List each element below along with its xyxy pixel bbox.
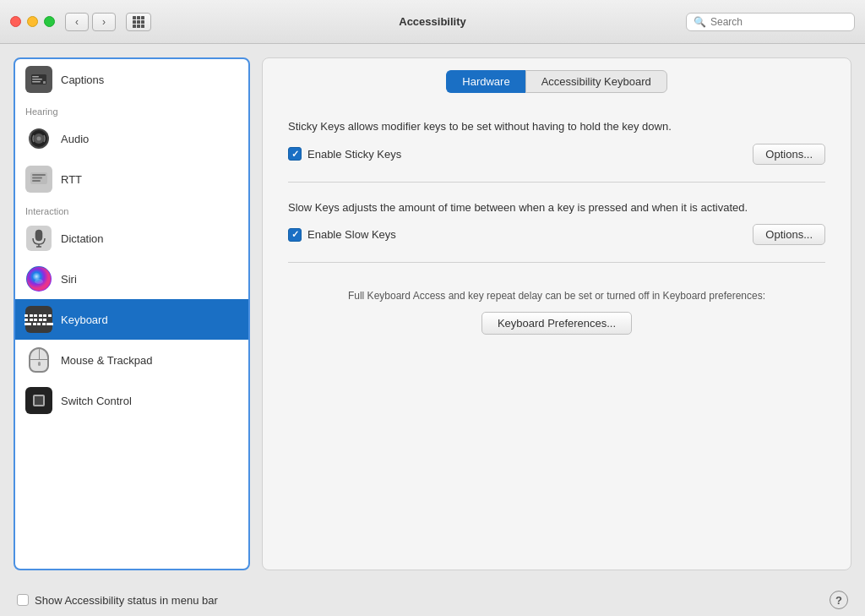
navigation-buttons: ‹ ›	[65, 13, 116, 31]
sidebar-item-label-keyboard: Keyboard	[61, 313, 108, 326]
slow-keys-checkbox-row: ✓ Enable Slow Keys	[288, 228, 396, 242]
dictation-icon	[25, 225, 52, 252]
sidebar-item-captions[interactable]: Captions	[15, 59, 248, 100]
sidebar-item-switch-control[interactable]: Switch Control	[15, 380, 248, 421]
tab-accessibility-keyboard[interactable]: Accessibility Keyboard	[525, 70, 667, 93]
svg-rect-12	[32, 177, 42, 179]
sidebar-item-label-mouse-trackpad: Mouse & Trackpad	[61, 354, 152, 367]
keyboard-prefs-section: Full Keyboard Access and key repeat dela…	[288, 280, 825, 343]
back-button[interactable]: ‹	[65, 13, 89, 31]
sidebar-item-dictation[interactable]: Dictation	[15, 218, 248, 259]
window-title: Accessibility	[399, 15, 466, 28]
search-icon: 🔍	[694, 16, 706, 28]
svg-rect-2	[32, 76, 39, 78]
captions-icon	[25, 66, 52, 93]
sidebar-item-siri[interactable]: Siri	[15, 259, 248, 299]
tab-hardware[interactable]: Hardware	[446, 70, 525, 93]
main-content: Captions Hearing Audio	[0, 44, 865, 584]
svg-rect-4	[32, 81, 41, 83]
sidebar-item-keyboard[interactable]: Keyboard	[15, 299, 248, 340]
forward-button[interactable]: ›	[92, 13, 116, 31]
search-input[interactable]	[710, 16, 847, 28]
grid-button[interactable]	[126, 13, 151, 31]
sidebar-item-mouse-trackpad[interactable]: Mouse & Trackpad	[15, 340, 248, 380]
sidebar-item-label-captions: Captions	[61, 74, 104, 86]
grid-icon	[133, 16, 144, 28]
sidebar-item-label-dictation: Dictation	[61, 232, 104, 245]
maximize-button[interactable]	[44, 16, 55, 27]
sticky-keys-description: Sticky Keys allows modifier keys to be s…	[288, 118, 825, 135]
svg-point-18	[35, 279, 43, 284]
minimize-button[interactable]	[27, 16, 38, 27]
show-status-row: Show Accessibility status in menu bar	[17, 594, 218, 607]
mouse-icon	[25, 346, 52, 373]
traffic-lights	[10, 16, 55, 27]
rtt-icon	[25, 166, 52, 193]
sidebar-item-label-switch-control: Switch Control	[61, 395, 132, 407]
svg-rect-13	[32, 180, 41, 182]
right-panel: Hardware Accessibility Keyboard Sticky K…	[262, 57, 851, 570]
slow-keys-description: Slow Keys adjusts the amount of time bet…	[288, 199, 825, 216]
slow-keys-row: ✓ Enable Slow Keys Options...	[288, 224, 825, 245]
svg-point-9	[37, 137, 41, 141]
slow-keys-options-button[interactable]: Options...	[753, 224, 825, 245]
show-status-label: Show Accessibility status in menu bar	[35, 594, 218, 607]
tabs-row: Hardware Accessibility Keyboard	[263, 58, 851, 101]
svg-rect-14	[35, 230, 42, 241]
search-box[interactable]: 🔍	[686, 13, 855, 31]
checkbox-check-icon: ✓	[291, 150, 299, 159]
bottom-bar: Show Accessibility status in menu bar ?	[0, 584, 865, 616]
svg-rect-3	[32, 79, 42, 80]
sticky-keys-checkbox-row: ✓ Enable Sticky Keys	[288, 147, 401, 161]
sidebar-item-audio[interactable]: Audio	[15, 118, 248, 159]
panel-content: Sticky Keys allows modifier keys to be s…	[263, 101, 851, 570]
sidebar-item-label-audio: Audio	[61, 133, 89, 145]
sticky-keys-label: Enable Sticky Keys	[307, 148, 401, 161]
titlebar: ‹ › Accessibility 🔍	[0, 0, 865, 44]
svg-rect-5	[43, 81, 46, 84]
sticky-keys-options-button[interactable]: Options...	[753, 144, 825, 165]
divider-2	[288, 262, 825, 263]
audio-icon	[25, 125, 52, 152]
section-header-interaction: Interaction	[15, 199, 248, 218]
show-status-checkbox[interactable]	[17, 594, 29, 606]
sidebar-item-rtt[interactable]: RTT	[15, 159, 248, 199]
slow-keys-label: Enable Slow Keys	[307, 228, 396, 241]
section-header-hearing: Hearing	[15, 100, 248, 118]
sticky-keys-section: Sticky Keys allows modifier keys to be s…	[288, 118, 825, 165]
keyboard-icon	[25, 306, 52, 333]
sidebar: Captions Hearing Audio	[14, 57, 250, 570]
switch-control-icon	[25, 387, 52, 414]
svg-rect-11	[32, 174, 46, 176]
close-button[interactable]	[10, 16, 21, 27]
panel-box: Hardware Accessibility Keyboard Sticky K…	[262, 57, 851, 570]
sidebar-item-label-siri: Siri	[61, 273, 77, 286]
sticky-keys-row: ✓ Enable Sticky Keys Options...	[288, 144, 825, 165]
checkbox-check-icon-2: ✓	[291, 230, 299, 239]
keyboard-prefs-button[interactable]: Keyboard Preferences...	[481, 312, 632, 335]
slow-keys-section: Slow Keys adjusts the amount of time bet…	[288, 199, 825, 246]
slow-keys-checkbox[interactable]: ✓	[288, 228, 302, 242]
siri-icon	[25, 265, 52, 292]
sidebar-item-label-rtt: RTT	[61, 173, 82, 186]
divider-1	[288, 182, 825, 183]
help-button[interactable]: ?	[830, 591, 848, 609]
keyboard-prefs-description: Full Keyboard Access and key repeat dela…	[348, 288, 765, 303]
sticky-keys-checkbox[interactable]: ✓	[288, 147, 302, 161]
